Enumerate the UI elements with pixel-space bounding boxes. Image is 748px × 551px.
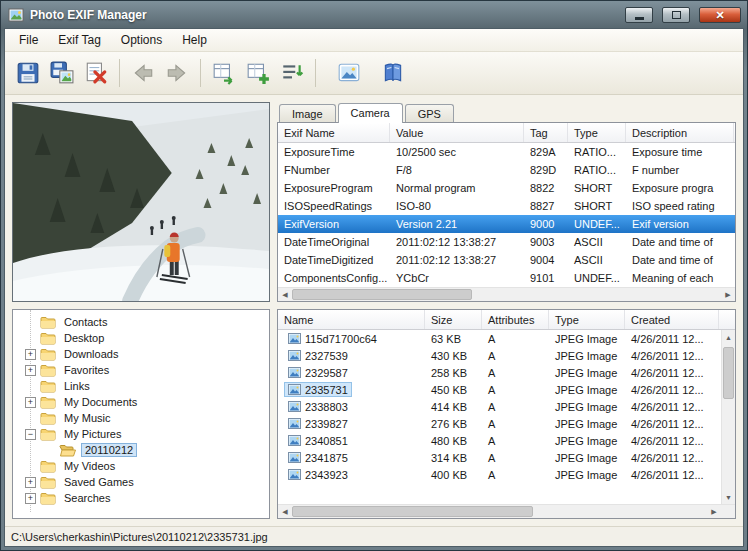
column-header-exif-name[interactable]: Exif Name [278, 123, 390, 142]
back-button[interactable] [126, 56, 160, 90]
scroll-track[interactable] [292, 505, 707, 518]
tree-item-my-documents[interactable]: + My Documents [13, 394, 269, 410]
folder-icon [40, 316, 56, 329]
file-vertical-scrollbar[interactable]: ▲ ▼ [721, 330, 735, 504]
tree-item-contacts[interactable]: Contacts [13, 314, 269, 330]
help-button[interactable] [376, 56, 410, 90]
cell-tag: 9003 [524, 233, 568, 251]
scroll-right-icon[interactable]: ▶ [721, 288, 735, 301]
menu-bar: FileExif TagOptionsHelp [5, 29, 743, 52]
exif-table-header: Exif NameValueTagTypeDescription [278, 123, 735, 143]
cell-tag: 9004 [524, 251, 568, 269]
tree-item-desktop[interactable]: Desktop [13, 330, 269, 346]
cell-description: Date and time of [626, 233, 734, 251]
tree-item-links[interactable]: Links [13, 378, 269, 394]
expand-plus-icon[interactable]: + [25, 477, 36, 488]
expand-plus-icon[interactable]: + [25, 397, 36, 408]
exif-horizontal-scrollbar[interactable]: ◀ ▶ [278, 287, 735, 301]
tree-item-my-videos[interactable]: My Videos [13, 458, 269, 474]
cell-attributes: A [482, 398, 549, 415]
collapse-minus-icon[interactable]: − [25, 429, 36, 440]
tree-item-searches[interactable]: + Searches [13, 490, 269, 506]
column-header-attributes[interactable]: Attributes [482, 310, 549, 329]
file-row[interactable]: 115d71700c6463 KBAJPEG Image4/26/2011 12… [278, 330, 721, 347]
maximize-button[interactable] [662, 7, 690, 23]
tree-item-20110212[interactable]: 20110212 [13, 442, 269, 458]
file-row[interactable]: 2338803414 KBAJPEG Image4/26/2011 12... [278, 398, 721, 415]
file-row[interactable]: 2343923400 KBAJPEG Image4/26/2011 12... [278, 466, 721, 483]
cell-description: Exif version [626, 215, 734, 233]
cell-size: 400 KB [425, 466, 482, 483]
scroll-thumb[interactable] [292, 289, 472, 300]
exif-row[interactable]: ExposureProgramNormal program8822SHORTEx… [278, 179, 735, 197]
tab-camera[interactable]: Camera [338, 103, 403, 123]
save-button[interactable] [11, 56, 45, 90]
exif-row[interactable]: ExifVersionVersion 2.219000UNDEF...Exif … [278, 215, 735, 233]
tree-item-my-pictures[interactable]: − My Pictures [13, 426, 269, 442]
expand-plus-icon[interactable]: + [25, 493, 36, 504]
scroll-left-icon[interactable]: ◀ [278, 288, 292, 301]
menu-item-file[interactable]: File [9, 30, 48, 50]
exif-row[interactable]: FNumberF/8829DRATIO...F number [278, 161, 735, 179]
folder-icon [40, 348, 56, 361]
column-header-type[interactable]: Type [568, 123, 626, 142]
scroll-down-icon[interactable]: ▼ [722, 490, 735, 504]
delete-exif-button[interactable] [79, 56, 113, 90]
edit-exif-tag-button[interactable] [207, 56, 241, 90]
cell-created: 4/26/2011 12... [625, 364, 719, 381]
photo-viewer-button[interactable] [332, 56, 366, 90]
tree-item-saved-games[interactable]: + Saved Games [13, 474, 269, 490]
column-header-created[interactable]: Created [625, 310, 719, 329]
exif-tag-list-button[interactable] [275, 56, 309, 90]
column-header-tag[interactable]: Tag [524, 123, 568, 142]
column-header-name[interactable]: Name [278, 310, 425, 329]
forward-button[interactable] [160, 56, 194, 90]
menu-item-options[interactable]: Options [111, 30, 172, 50]
minimize-button[interactable] [625, 7, 653, 23]
cell-size: 430 KB [425, 347, 482, 364]
scroll-track[interactable] [292, 288, 721, 301]
file-horizontal-scrollbar[interactable]: ◀ ▶ [278, 504, 721, 518]
cell-type: JPEG Image [549, 381, 625, 398]
exif-row[interactable]: DateTimeOriginal2011:02:12 13:38:279003A… [278, 233, 735, 251]
tab-gps[interactable]: GPS [405, 104, 454, 122]
help-book-icon [381, 61, 405, 85]
column-header-value[interactable]: Value [390, 123, 524, 142]
exif-row[interactable]: ComponentsConfig...YCbCr9101UNDEF...Mean… [278, 269, 735, 287]
cell-size: 480 KB [425, 432, 482, 449]
scroll-thumb[interactable] [292, 506, 533, 517]
tree-item-downloads[interactable]: + Downloads [13, 346, 269, 362]
exif-row[interactable]: ExposureTime10/2500 sec829ARATIO...Expos… [278, 143, 735, 161]
scroll-right-icon[interactable]: ▶ [707, 505, 721, 518]
tree-item-my-music[interactable]: My Music [13, 410, 269, 426]
file-row[interactable]: 2329587258 KBAJPEG Image4/26/2011 12... [278, 364, 721, 381]
title-bar[interactable]: Photo EXIF Manager ✕ [4, 4, 744, 28]
menu-item-exif-tag[interactable]: Exif Tag [48, 30, 110, 50]
jpeg-thumbnail-icon [288, 418, 301, 429]
column-header-size[interactable]: Size [425, 310, 482, 329]
column-header-description[interactable]: Description [626, 123, 734, 142]
tab-image[interactable]: Image [279, 104, 336, 122]
column-header-type[interactable]: Type [549, 310, 625, 329]
file-row[interactable]: 2339827276 KBAJPEG Image4/26/2011 12... [278, 415, 721, 432]
file-row[interactable]: 2340851480 KBAJPEG Image4/26/2011 12... [278, 432, 721, 449]
save-image-button[interactable] [45, 56, 79, 90]
file-row[interactable]: 2335731450 KBAJPEG Image4/26/2011 12... [278, 381, 721, 398]
scroll-left-icon[interactable]: ◀ [278, 505, 292, 518]
file-row[interactable]: 2327539430 KBAJPEG Image4/26/2011 12... [278, 347, 721, 364]
add-exif-tag-button[interactable] [241, 56, 275, 90]
file-row[interactable]: 2341875314 KBAJPEG Image4/26/2011 12... [278, 449, 721, 466]
exif-table-panel: Exif NameValueTagTypeDescription Exposur… [277, 122, 736, 302]
scroll-track[interactable] [722, 344, 735, 490]
expand-plus-icon[interactable]: + [25, 365, 36, 376]
tree-item-favorites[interactable]: + Favorites [13, 362, 269, 378]
exif-row[interactable]: ISOSpeedRatingsISO-808827SHORTISO speed … [278, 197, 735, 215]
exif-row[interactable]: DateTimeDigitized2011:02:12 13:38:279004… [278, 251, 735, 269]
scroll-thumb[interactable] [723, 347, 734, 400]
scroll-up-icon[interactable]: ▲ [722, 330, 735, 344]
close-button[interactable]: ✕ [699, 7, 741, 23]
photo-preview [12, 102, 270, 302]
expand-plus-icon[interactable]: + [25, 349, 36, 360]
menu-item-help[interactable]: Help [172, 30, 217, 50]
cell-type: JPEG Image [549, 364, 625, 381]
